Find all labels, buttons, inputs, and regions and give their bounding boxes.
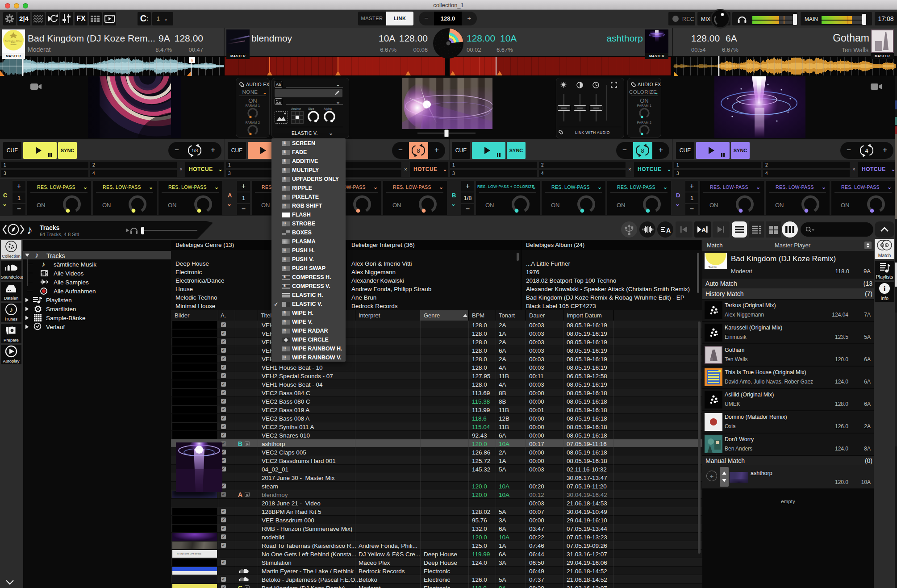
svg-text:6: 6 xyxy=(191,58,193,63)
svg-text:8: 8 xyxy=(417,147,420,154)
svg-text:i: i xyxy=(884,284,886,293)
svg-text:1/8: 1/8 xyxy=(192,148,198,153)
svg-text:8: 8 xyxy=(641,147,644,154)
svg-text:A: A xyxy=(701,226,706,234)
svg-text:A: A xyxy=(666,227,671,234)
svg-text:♪: ♪ xyxy=(9,306,13,313)
svg-text:4: 4 xyxy=(865,147,868,154)
